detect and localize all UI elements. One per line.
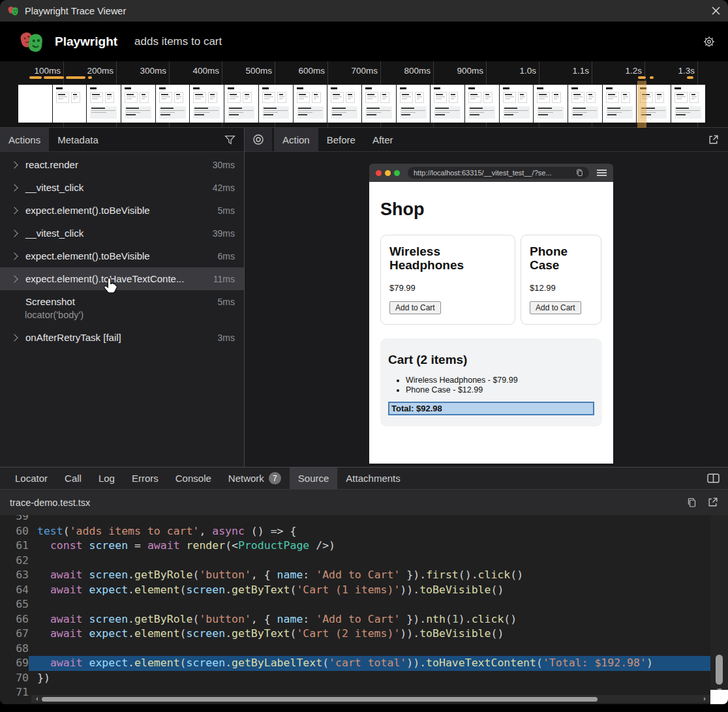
cart-item-list: Wireless Headphones - $79.99Phone Case -…	[388, 376, 594, 394]
shop-heading: Shop	[380, 182, 602, 220]
film-strip-frame[interactable]	[431, 85, 464, 123]
expand-chevron-icon[interactable]	[10, 184, 18, 191]
filter-icon[interactable]	[224, 134, 235, 145]
action-item[interactable]: react.render30ms	[0, 153, 244, 176]
film-strip-frame[interactable]	[397, 85, 431, 123]
line-number: 68	[0, 642, 29, 657]
timeline[interactable]: 100ms200ms300ms400ms500ms600ms700ms800ms…	[0, 61, 728, 128]
film-strip-frame[interactable]	[156, 85, 190, 123]
tab-after[interactable]: After	[364, 128, 402, 151]
horizontal-scrollbar[interactable]	[31, 695, 710, 703]
timeline-selection-band[interactable]	[637, 81, 646, 128]
timeline-tick-label: 900ms	[433, 66, 483, 76]
tab-actions[interactable]: Actions	[0, 128, 49, 151]
tab-label: Locator	[15, 473, 48, 484]
tab-locator[interactable]: Locator	[7, 467, 56, 489]
add-to-cart-button[interactable]: Add to Cart	[389, 301, 441, 314]
action-duration-marker	[44, 76, 64, 79]
expand-chevron-icon[interactable]	[10, 275, 18, 282]
film-strip-frame[interactable]	[465, 85, 499, 123]
copy-url-icon[interactable]	[576, 169, 583, 177]
cart-item: Wireless Headphones - $79.99	[406, 376, 594, 385]
vertical-scrollbar-thumb[interactable]	[716, 655, 723, 685]
timeline-tick-label: 400ms	[169, 66, 219, 76]
tab-label: Before	[327, 134, 356, 145]
settings-gear-icon[interactable]	[702, 35, 716, 49]
line-number: 70	[0, 671, 29, 686]
actions-panel: ActionsMetadata react.render30ms__vitest…	[0, 128, 245, 467]
scroll-right-arrow-icon[interactable]	[704, 697, 708, 701]
action-item[interactable]: expect.element().toHaveTextConte...11ms	[0, 267, 244, 290]
open-source-external-icon[interactable]	[707, 497, 718, 508]
scrollbar-corner	[710, 690, 728, 704]
film-strip-frame[interactable]	[327, 85, 361, 123]
code-line: 63 await screen.getByRole('button', { na…	[0, 568, 710, 583]
film-strip-frame[interactable]	[294, 85, 327, 123]
action-item[interactable]: __vitest_click39ms	[0, 222, 244, 245]
tab-attachments[interactable]: Attachments	[337, 467, 408, 489]
add-to-cart-button[interactable]: Add to Cart	[530, 301, 581, 314]
action-duration: 11ms	[208, 274, 235, 284]
tab-errors[interactable]: Errors	[123, 467, 167, 489]
address-bar[interactable]: http://localhost:63315/__vitest_test__/?…	[408, 167, 589, 179]
film-strip-frame[interactable]	[534, 85, 568, 123]
timeline-tick-label: 500ms	[222, 66, 272, 76]
horizontal-scrollbar-thumb[interactable]	[42, 697, 598, 702]
film-strip-frame[interactable]	[603, 85, 637, 123]
open-snapshot-external-icon[interactable]	[708, 134, 719, 145]
tab-metadata[interactable]: Metadata	[49, 128, 107, 151]
film-strip-frame[interactable]	[568, 85, 602, 123]
menu-icon[interactable]	[597, 170, 607, 176]
tab-call[interactable]: Call	[56, 467, 90, 489]
tab-console[interactable]: Console	[167, 467, 220, 489]
code-line: 65	[0, 597, 710, 612]
line-number: 65	[0, 597, 29, 612]
window-close-button[interactable]	[712, 7, 720, 15]
film-strip-frame[interactable]	[121, 85, 155, 123]
film-strip-frame[interactable]	[259, 85, 293, 123]
film-strip-frame[interactable]	[18, 85, 52, 123]
tab-action[interactable]: Action	[274, 128, 318, 151]
split-view-icon[interactable]	[707, 473, 720, 483]
action-duration-marker	[687, 76, 693, 79]
action-item[interactable]: expect.element().toBeVisible5ms	[0, 199, 244, 222]
code-text: await screen.getByRole('button', { name:…	[29, 568, 710, 583]
code-text: test('adds items to cart', async () => {	[29, 524, 710, 539]
action-item[interactable]: Screenshot5mslocator('body')	[0, 290, 244, 326]
film-strip-frame[interactable]	[500, 85, 534, 123]
tab-label: Source	[298, 473, 329, 484]
browser-snapshot: http://localhost:63315/__vitest_test__/?…	[369, 164, 613, 464]
film-strip[interactable]	[18, 85, 705, 123]
film-strip-frame[interactable]	[87, 85, 121, 123]
film-strip-frame[interactable]	[190, 85, 224, 123]
tab-network[interactable]: Network7	[220, 467, 290, 489]
expand-chevron-icon[interactable]	[10, 207, 18, 214]
tab-source[interactable]: Source	[290, 467, 338, 489]
url-text: http://localhost:63315/__vitest_test__/?…	[414, 169, 572, 177]
action-item[interactable]: __vitest_click42ms	[0, 176, 244, 199]
film-strip-frame[interactable]	[224, 85, 258, 123]
pick-locator-target-icon[interactable]	[245, 128, 272, 151]
action-duration-marker	[66, 76, 85, 79]
expand-chevron-icon[interactable]	[10, 252, 18, 260]
timeline-tick-label: 1.1s	[539, 66, 589, 76]
expand-chevron-icon[interactable]	[10, 161, 18, 168]
vertical-scrollbar[interactable]	[710, 515, 728, 690]
app-header: Playwright adds items to cart	[0, 22, 728, 61]
film-strip-frame[interactable]	[362, 85, 396, 123]
action-item[interactable]: onAfterRetryTask [fail]3ms	[0, 326, 244, 349]
action-duration-marker	[29, 76, 42, 79]
scroll-left-arrow-icon[interactable]	[34, 697, 38, 701]
action-item[interactable]: expect.element().toBeVisible6ms	[0, 245, 244, 267]
source-code-view[interactable]: 5960test('adds items to cart', async () …	[0, 515, 728, 704]
code-line: 66 await screen.getByRole('button', { na…	[0, 612, 710, 627]
tab-before[interactable]: Before	[318, 128, 364, 151]
film-strip-frame[interactable]	[53, 85, 87, 123]
timeline-tick-label: 1.2s	[592, 66, 642, 76]
expand-chevron-icon[interactable]	[10, 334, 18, 341]
timeline-tick-label: 1.0s	[486, 66, 536, 76]
copy-source-icon[interactable]	[687, 497, 697, 508]
film-strip-frame[interactable]	[671, 85, 705, 123]
expand-chevron-icon[interactable]	[10, 230, 18, 237]
tab-log[interactable]: Log	[90, 467, 123, 489]
